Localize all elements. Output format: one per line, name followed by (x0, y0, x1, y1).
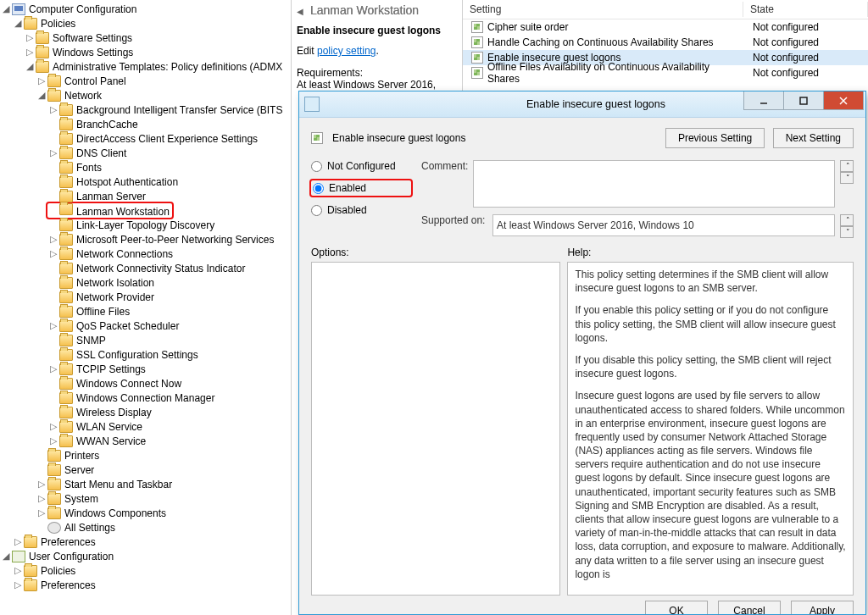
tree-wireless-display[interactable]: Wireless Display (76, 407, 152, 418)
tree-ssl[interactable]: SSL Configuration Settings (76, 349, 198, 361)
previous-setting-button[interactable]: Previous Setting (665, 128, 765, 148)
col-state[interactable]: State (743, 2, 868, 17)
dialog-header-text: Enable insecure guest logons (332, 132, 465, 144)
selected-policy-title: Enable insecure guest logons (297, 25, 457, 36)
tree-branchcache[interactable]: BranchCache (76, 119, 138, 130)
tree-preferences[interactable]: Preferences (41, 536, 96, 548)
policy-icon (311, 132, 323, 144)
tree-tcpip[interactable]: TCPIP Settings (76, 363, 146, 375)
tree-policies[interactable]: Policies (41, 18, 75, 30)
tree-wcn[interactable]: Windows Connect Now (76, 378, 181, 390)
tree-all-settings[interactable]: All Settings (64, 522, 115, 534)
supported-scroll-up[interactable]: ˄ (840, 214, 854, 226)
tree-lanman-server[interactable]: Lanman Server (76, 191, 146, 202)
comment-label: Comment: (421, 160, 468, 172)
computer-icon (12, 3, 25, 15)
tree-hotspot[interactable]: Hotspot Authentication (76, 176, 178, 188)
help-label: Help: (567, 247, 854, 258)
edit-policy-link[interactable]: policy setting (317, 45, 376, 57)
tree-wwan[interactable]: WWAN Service (76, 435, 146, 447)
comment-scroll-up[interactable]: ˄ (840, 160, 854, 172)
tree-dnsclient[interactable]: DNS Client (76, 147, 126, 159)
comment-input[interactable] (473, 160, 835, 208)
tree-uc-policies[interactable]: Policies (41, 565, 75, 577)
app-icon (304, 97, 320, 112)
breadcrumb: Lanman Workstation (307, 3, 419, 19)
tree-snmp[interactable]: SNMP (76, 335, 106, 346)
svg-rect-1 (800, 97, 807, 104)
tree-offline-files[interactable]: Offline Files (76, 306, 130, 318)
tree-wlan[interactable]: WLAN Service (76, 421, 142, 433)
list-row[interactable]: Offline Files Availability on Continuous… (463, 65, 868, 80)
cancel-button[interactable]: Cancel (718, 601, 781, 614)
folder-icon (24, 18, 37, 30)
tree-p2p[interactable]: Microsoft Peer-to-Peer Networking Servic… (76, 234, 274, 246)
help-box[interactable]: This policy setting determines if the SM… (567, 262, 854, 596)
next-setting-button[interactable]: Next Setting (773, 128, 854, 148)
supported-text: At least Windows Server 2016, Windows 10 (492, 214, 835, 236)
policy-dialog: Enable insecure guest logons Enable inse… (298, 91, 866, 615)
tree-windows-components[interactable]: Windows Components (64, 507, 166, 519)
tree-control-panel[interactable]: Control Panel (64, 75, 126, 87)
list-row[interactable]: Handle Caching on Continuous Availabilit… (463, 35, 868, 50)
list-row[interactable]: Cipher suite order Not configured (463, 19, 868, 35)
radio-disabled[interactable]: Disabled (311, 204, 413, 216)
radio-enabled[interactable]: Enabled (313, 182, 366, 194)
tree-printers[interactable]: Printers (64, 450, 99, 462)
col-setting[interactable]: Setting (463, 2, 743, 17)
tree-computer-configuration[interactable]: ◢Computer Configuration (0, 2, 291, 16)
tree-directaccess[interactable]: DirectAccess Client Experience Settings (76, 133, 258, 145)
maximize-button[interactable] (784, 91, 824, 110)
user-icon (12, 551, 25, 562)
tree-qos[interactable]: QoS Packet Scheduler (76, 320, 179, 332)
tree-wcm[interactable]: Windows Connection Manager (76, 392, 214, 404)
tree-lanman-workstation[interactable]: Lanman Workstation (76, 206, 170, 218)
tree-network-provider[interactable]: Network Provider (76, 291, 154, 303)
tree-uc-prefs[interactable]: Preferences (41, 579, 96, 591)
tree-network[interactable]: Network (64, 90, 102, 102)
apply-button[interactable]: Apply (791, 601, 854, 614)
options-box[interactable] (311, 262, 560, 596)
ok-button[interactable]: OK (645, 601, 708, 614)
tree-server[interactable]: Server (64, 464, 94, 476)
options-label: Options: (311, 247, 560, 258)
close-button[interactable] (824, 91, 864, 110)
tree-fonts[interactable]: Fonts (76, 162, 102, 174)
tree-software-settings[interactable]: Software Settings (53, 32, 132, 44)
edit-prefix: Edit (297, 45, 317, 57)
tree-ncsi[interactable]: Network Connectivity Status Indicator (76, 263, 245, 274)
tree-system[interactable]: System (64, 493, 98, 505)
requirements-value: At least Windows Server 2016, (297, 79, 457, 91)
supported-label: Supported on: (421, 214, 487, 226)
tree-network-connections[interactable]: Network Connections (76, 248, 173, 260)
tree-pane[interactable]: ◢Computer Configuration ◢Policies ▷Softw… (0, 0, 292, 615)
tree-lltd[interactable]: Link-Layer Topology Discovery (76, 219, 214, 231)
supported-scroll-down[interactable]: ˅ (840, 226, 854, 238)
radio-not-configured[interactable]: Not Configured (311, 160, 413, 172)
tree-bits[interactable]: Background Intelligent Transfer Service … (76, 104, 282, 116)
tree-network-isolation[interactable]: Network Isolation (76, 277, 154, 289)
tree-windows-settings[interactable]: Windows Settings (53, 47, 133, 58)
policy-icon (471, 21, 483, 33)
settings-icon (47, 522, 61, 534)
tree-admin-templates[interactable]: Administrative Templates: Policy definit… (53, 61, 282, 73)
tree-user-configuration[interactable]: User Configuration (29, 551, 114, 562)
requirements-label: Requirements: (297, 67, 457, 79)
comment-scroll-down[interactable]: ˅ (840, 172, 854, 184)
highlight-enabled: Enabled (309, 179, 413, 197)
tree-startmenu[interactable]: Start Menu and Taskbar (64, 479, 172, 490)
minimize-button[interactable] (743, 91, 784, 110)
dialog-titlebar[interactable]: Enable insecure guest logons (299, 91, 865, 118)
